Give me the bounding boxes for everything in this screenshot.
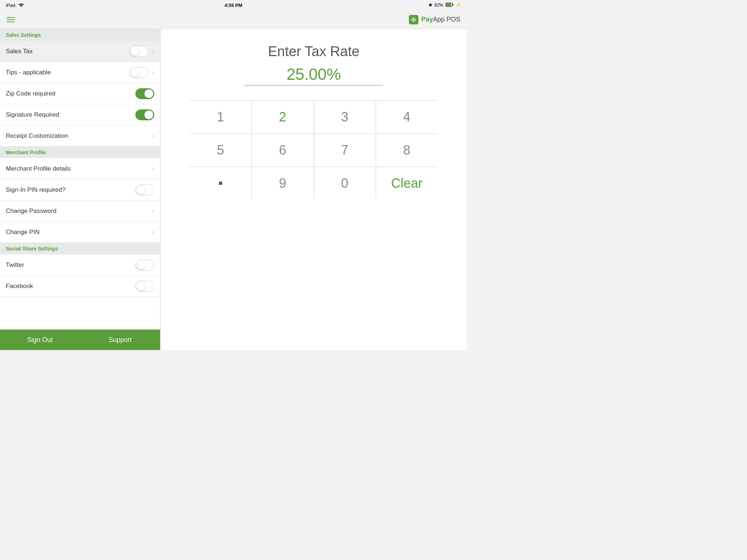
key-3[interactable]: 3 (314, 101, 376, 133)
tips-toggle[interactable] (129, 67, 148, 78)
signature-knob (144, 110, 153, 119)
nav-bar: PayApp POS (0, 10, 467, 29)
twitter-label: Twitter (6, 261, 24, 269)
status-right: ✱ 82% ⚡ (429, 3, 461, 8)
tips-label: Tips - applicable (6, 69, 51, 76)
keypad-row-1: 1 2 3 4 (190, 101, 438, 134)
sales-tax-label: Sales Tax (6, 48, 32, 55)
zip-code-item[interactable]: Zip Code required (0, 83, 160, 104)
signature-item[interactable]: Signature Required (0, 104, 160, 125)
sales-tax-chevron: › (152, 47, 154, 55)
facebook-item[interactable]: Facebook (0, 276, 160, 297)
receipt-chevron: › (152, 132, 154, 140)
left-panel: Sales Settings Sales Tax › Tips - applic… (0, 29, 160, 350)
key-2[interactable]: 2 (252, 101, 314, 133)
status-left: iPad (6, 3, 24, 8)
change-password-label: Change Password (6, 207, 57, 215)
merchant-header: Merchant Profile (0, 147, 160, 158)
tax-rate-title: Enter Tax Rate (268, 44, 360, 59)
bottom-buttons: Sign Out Support (0, 329, 160, 350)
zip-code-label: Zip Code required (6, 90, 55, 97)
sales-tax-item[interactable]: Sales Tax › (0, 41, 160, 62)
sales-settings-header: Sales Settings (0, 29, 160, 41)
tax-rate-value: 25.00% (286, 65, 341, 83)
zip-code-knob (144, 89, 153, 98)
device-label: iPad (6, 3, 15, 8)
key-clear[interactable]: Clear (376, 167, 438, 200)
tax-rate-underline (244, 85, 383, 86)
sales-tax-toggle[interactable] (129, 46, 148, 57)
battery-percent: 82% (434, 3, 443, 8)
right-panel: Enter Tax Rate 25.00% 1 2 3 4 5 6 7 8 ■ … (160, 29, 467, 350)
receipt-item[interactable]: Receipt Customization › (0, 125, 160, 147)
tips-item[interactable]: Tips - applicable › (0, 62, 160, 83)
key-6[interactable]: 6 (252, 134, 314, 167)
svg-rect-3 (453, 4, 453, 5)
merchant-profile-label: Merchant Profile details (6, 165, 71, 172)
signature-toggle[interactable] (135, 109, 154, 120)
status-bar: iPad 4:55 PM ✱ 82% ⚡ (0, 0, 467, 10)
change-pin-label: Change PIN (6, 229, 40, 236)
tips-knob (131, 68, 139, 77)
facebook-knob (136, 282, 145, 291)
status-time: 4:55 PM (224, 3, 242, 8)
key-dot[interactable]: ■ (190, 167, 252, 200)
key-0[interactable]: 0 (314, 167, 376, 200)
change-password-item[interactable]: Change Password › (0, 201, 160, 222)
twitter-knob (136, 261, 145, 269)
brand-icon (409, 15, 418, 24)
wifi-icon (18, 3, 24, 8)
battery-icon (445, 3, 453, 8)
twitter-toggle[interactable] (135, 260, 154, 271)
signature-label: Signature Required (6, 111, 59, 118)
svg-rect-2 (446, 3, 451, 6)
facebook-label: Facebook (6, 283, 33, 290)
key-5[interactable]: 5 (190, 134, 252, 167)
sign-in-pin-label: Sign-In PIN required? (6, 186, 65, 194)
support-button[interactable]: Support (80, 330, 160, 350)
keypad-row-2: 5 6 7 8 (190, 134, 438, 167)
sign-in-pin-toggle[interactable] (135, 184, 154, 195)
zip-code-toggle[interactable] (135, 88, 154, 99)
sign-in-pin-knob (136, 186, 145, 194)
merchant-profile-item[interactable]: Merchant Profile details › (0, 158, 160, 179)
change-pin-item[interactable]: Change PIN › (0, 222, 160, 243)
tips-right: › (129, 67, 154, 78)
charging-icon: ⚡ (456, 3, 461, 8)
keypad-row-3: ■ 9 0 Clear (190, 167, 438, 200)
receipt-label: Receipt Customization (6, 132, 68, 140)
key-9[interactable]: 9 (252, 167, 314, 200)
keypad: 1 2 3 4 5 6 7 8 ■ 9 0 Clear (190, 100, 438, 200)
signature-right (135, 109, 154, 120)
brand-logo: PayApp POS (409, 15, 460, 24)
change-pin-chevron: › (152, 228, 154, 236)
facebook-toggle[interactable] (135, 281, 154, 292)
tips-chevron: › (152, 69, 154, 76)
change-password-chevron: › (152, 207, 154, 215)
sign-out-button[interactable]: Sign Out (0, 330, 80, 350)
social-header: Social Share Settings (0, 243, 160, 254)
key-4[interactable]: 4 (376, 101, 438, 133)
brand-name: PayApp POS (421, 16, 460, 23)
key-8[interactable]: 8 (376, 134, 438, 167)
merchant-profile-chevron: › (152, 165, 154, 172)
main-layout: Sales Settings Sales Tax › Tips - applic… (0, 29, 467, 350)
menu-button[interactable] (7, 17, 15, 22)
svg-point-0 (21, 6, 22, 7)
key-7[interactable]: 7 (314, 134, 376, 167)
spacer (0, 297, 160, 329)
zip-code-right (135, 88, 154, 99)
sales-tax-knob (131, 47, 139, 56)
sales-tax-right: › (129, 46, 154, 57)
key-1[interactable]: 1 (190, 101, 252, 133)
bluetooth-icon: ✱ (429, 3, 432, 8)
svg-point-4 (413, 19, 414, 20)
sign-in-pin-item[interactable]: Sign-In PIN required? (0, 179, 160, 201)
twitter-item[interactable]: Twitter (0, 254, 160, 276)
